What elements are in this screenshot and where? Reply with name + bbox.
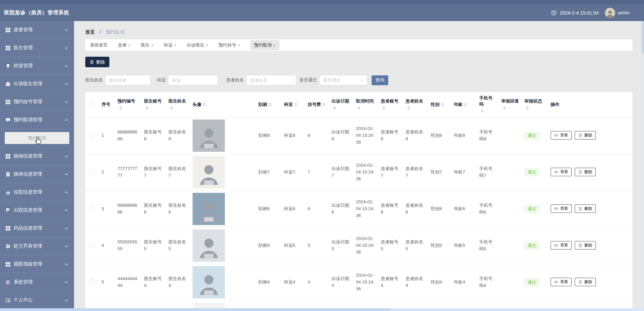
column-header-审核回复[interactable]: 审核回复 <box>499 92 522 117</box>
tab-系统首页[interactable]: 系统首页 <box>90 42 108 48</box>
briefcase-icon <box>5 81 11 87</box>
tab-医生[interactable]: 医生× <box>141 42 154 48</box>
sidebar-item-系统管理[interactable]: 系统管理 <box>0 273 74 291</box>
cell-patient_name: 患者姓名6 <box>403 190 428 227</box>
view-button[interactable]: 查看 <box>551 131 572 140</box>
cell-checkbox <box>85 117 99 154</box>
sort-caret-icon[interactable] <box>407 105 410 111</box>
sidebar-item-科室管理[interactable]: 科室管理 <box>0 57 74 75</box>
pass-select[interactable]: 是否通过 <box>319 75 367 85</box>
sort-caret-icon[interactable] <box>358 105 360 111</box>
sidebar-item-预约挂号管理[interactable]: 预约挂号管理 <box>0 93 74 111</box>
sort-caret-icon[interactable] <box>333 105 336 111</box>
row-checkbox[interactable] <box>90 242 94 247</box>
sidebar-item-个人中心[interactable]: 个人中心 <box>0 291 74 309</box>
sidebar-item-出诊医生管理[interactable]: 出诊医生管理 <box>0 75 74 93</box>
sort-caret-icon[interactable] <box>503 105 506 111</box>
view-button[interactable]: 查看 <box>551 278 572 286</box>
sort-caret-icon[interactable] <box>294 102 297 108</box>
eye-icon <box>554 243 558 248</box>
tab-科室[interactable]: 科室× <box>164 42 177 48</box>
column-header-头像[interactable]: 头像 <box>190 92 256 117</box>
horizontal-scrollbar[interactable] <box>0 308 644 311</box>
sort-caret-icon[interactable] <box>203 102 206 108</box>
close-icon[interactable]: × <box>206 43 209 48</box>
column-header-预约编号[interactable]: 预约编号 <box>115 92 141 117</box>
column-header-患者姓名[interactable]: 患者姓名 <box>403 92 428 117</box>
cell-title: 职称4 <box>256 264 281 300</box>
column-header-医生账号[interactable]: 医生账号 <box>141 92 166 117</box>
view-button[interactable]: 查看 <box>551 168 572 176</box>
close-icon[interactable]: × <box>174 43 177 48</box>
sidebar-item-患者管理[interactable]: 患者管理 <box>0 21 74 39</box>
select-all-checkbox[interactable] <box>90 102 94 106</box>
row-checkbox[interactable] <box>90 132 94 137</box>
sort-caret-icon[interactable] <box>170 105 173 111</box>
sidebar-item-处方开具管理[interactable]: 处方开具管理 <box>0 237 74 255</box>
sidebar-item-label: 出诊医生管理 <box>14 81 64 87</box>
row-checkbox[interactable] <box>90 169 94 173</box>
dept-input[interactable] <box>168 75 218 85</box>
column-header-医生姓名[interactable]: 医生姓名 <box>166 92 190 117</box>
search-button[interactable]: 查询 <box>372 75 388 85</box>
column-header-患者账号[interactable]: 患者账号 <box>378 92 403 117</box>
column-label: 手机号码 <box>479 95 496 107</box>
delete-button[interactable]: 删除 <box>575 241 596 250</box>
column-header-审核状态[interactable]: 审核状态 <box>522 92 548 117</box>
sidebar-item-出院信息管理[interactable]: 出院信息管理 <box>0 201 74 219</box>
doctor-name-input[interactable] <box>105 75 150 85</box>
close-icon[interactable]: × <box>273 43 276 48</box>
row-checkbox[interactable] <box>90 205 94 210</box>
column-header-年龄[interactable]: 年龄 <box>451 92 477 117</box>
delete-button[interactable]: 删除 <box>575 131 596 140</box>
sort-caret-icon[interactable] <box>146 105 148 111</box>
column-header-职称[interactable]: 职称 <box>256 92 281 117</box>
sidebar-item-就医指南管理[interactable]: 就医指南管理 <box>0 255 74 273</box>
app-title: 医院急诊（病房）管理系统 <box>4 5 69 16</box>
bulk-delete-button[interactable]: 删除 <box>85 57 109 67</box>
sort-caret-icon[interactable] <box>119 105 122 111</box>
close-icon[interactable]: × <box>151 43 154 48</box>
sidebar-item-病例信息管理[interactable]: 病例信息管理 <box>0 147 74 165</box>
vertical-scrollbar[interactable] <box>642 21 644 308</box>
column-header-科室[interactable]: 科室 <box>281 92 305 117</box>
sort-caret-icon[interactable] <box>382 105 385 111</box>
column-label: 年龄 <box>454 102 463 108</box>
column-header-挂号费[interactable]: 挂号费 <box>305 92 329 117</box>
sort-caret-icon[interactable] <box>481 108 484 114</box>
column-header-取消时间[interactable]: 取消时间 <box>353 92 378 117</box>
column-header-手机号码[interactable]: 手机号码 <box>477 92 499 117</box>
sort-caret-icon[interactable] <box>441 102 444 108</box>
sort-caret-icon[interactable] <box>526 105 529 111</box>
sidebar-item-病床信息管理[interactable]: 病床信息管理 <box>0 165 74 183</box>
sort-caret-icon[interactable] <box>464 102 467 108</box>
sort-caret-icon[interactable] <box>323 102 325 108</box>
vertical-scrollbar-thumb[interactable] <box>642 21 644 53</box>
chevron-down-icon <box>64 82 69 86</box>
close-icon[interactable]: × <box>237 43 240 48</box>
sidebar-item-药品信息管理[interactable]: 药品信息管理 <box>0 219 74 237</box>
delete-button[interactable]: 删除 <box>575 204 596 213</box>
row-checkbox[interactable] <box>90 279 94 283</box>
table-row: 27777777777医生账号7医生姓名7职称7科室77出诊日期72024-02… <box>85 154 632 190</box>
user-avatar[interactable] <box>605 8 615 18</box>
sidebar-item-住院信息管理[interactable]: 住院信息管理 <box>0 183 74 201</box>
view-button[interactable]: 查看 <box>551 204 572 213</box>
tab-预约挂号[interactable]: 预约挂号× <box>218 42 240 48</box>
sidebar-item-预约取消管理[interactable]: 预约取消管理 <box>0 111 74 129</box>
patient-name-input[interactable] <box>246 75 296 85</box>
view-button[interactable]: 查看 <box>551 241 572 250</box>
column-header-出诊日期[interactable]: 出诊日期 <box>329 92 353 117</box>
close-icon[interactable]: × <box>128 43 131 48</box>
sidebar-subitem-预约取消[interactable]: 预约取消 <box>5 132 69 144</box>
sidebar-item-医生管理[interactable]: 医生管理 <box>0 39 74 57</box>
tab-患者[interactable]: 患者× <box>118 42 131 48</box>
tab-出诊医生[interactable]: 出诊医生× <box>187 42 209 48</box>
delete-button[interactable]: 删除 <box>575 168 596 176</box>
breadcrumb-home[interactable]: 首页 <box>85 29 95 35</box>
sort-caret-icon[interactable] <box>269 102 272 108</box>
delete-button[interactable]: 删除 <box>575 278 596 286</box>
tab-预约取消[interactable]: 预约取消× <box>250 40 280 50</box>
column-header-性别[interactable]: 性别 <box>428 92 451 117</box>
horizontal-scrollbar-thumb[interactable] <box>0 308 391 311</box>
